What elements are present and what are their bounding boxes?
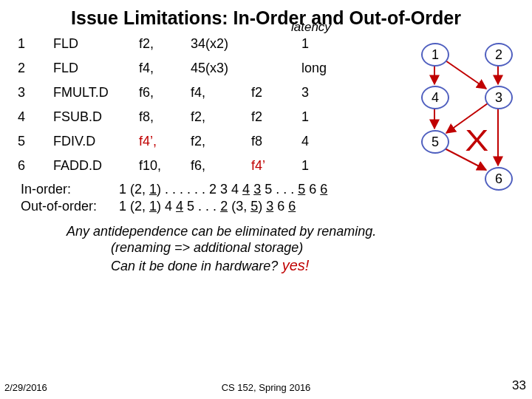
graph-node-5: 5 bbox=[421, 130, 449, 154]
graph-node-6: 6 bbox=[485, 167, 513, 191]
table-row: 5FDIV.D f4’, f2,f84 bbox=[13, 129, 343, 154]
cross-icon: X bbox=[465, 124, 488, 157]
renaming-note: Any antidependence can be eliminated by … bbox=[66, 223, 532, 275]
footer-page: 33 bbox=[512, 378, 526, 393]
in-order-label: In-order: bbox=[21, 181, 115, 198]
table-row: 4FSUB.Df8, f2,f21 bbox=[13, 105, 343, 129]
graph-node-1: 1 bbox=[421, 43, 449, 66]
dependency-graph: 1 2 4 3 5 6 X bbox=[414, 41, 525, 204]
footer-course: CS 152, Spring 2016 bbox=[0, 382, 532, 393]
out-of-order-label: Out-of-order: bbox=[21, 198, 115, 215]
graph-node-4: 4 bbox=[421, 86, 449, 109]
table-row: 1 FLD f2, 34(x2) latency 1 bbox=[13, 32, 343, 56]
table-row: 3FMULT.Df6, f4,f23 bbox=[13, 81, 343, 105]
out-of-order-sequence: 1 (2, 1) 4 4 5 . . . 2 (3, 5) 3 6 6 bbox=[119, 199, 296, 214]
latency-header: latency bbox=[291, 20, 331, 35]
in-order-sequence: 1 (2, 1) . . . . . . 2 3 4 4 3 5 . . . 5… bbox=[119, 182, 327, 197]
table-row: 6FADD.Df10, f6,f4’1 bbox=[13, 154, 343, 178]
yes-text: yes! bbox=[278, 257, 309, 273]
graph-node-2: 2 bbox=[485, 43, 513, 66]
svg-line-1 bbox=[443, 59, 486, 89]
slide-title: Issue Limitations: In-Order and Out-of-O… bbox=[0, 0, 532, 32]
graph-node-3: 3 bbox=[485, 86, 513, 109]
table-row: 2FLDf4, 45(x3)long bbox=[13, 56, 343, 81]
instruction-table: 1 FLD f2, 34(x2) latency 1 2FLDf4, 45(x3… bbox=[13, 32, 343, 178]
